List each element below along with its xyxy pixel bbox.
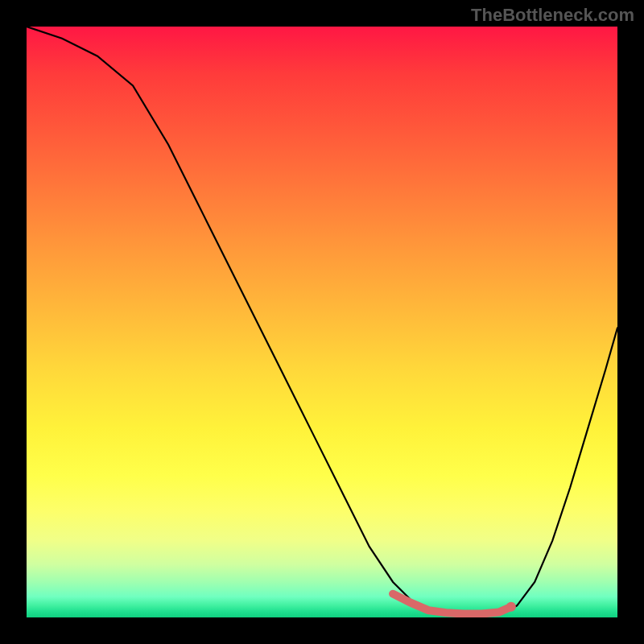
watermark-text: TheBottleneck.com — [471, 5, 634, 26]
chart-plot-area — [27, 27, 617, 617]
chart-svg — [27, 27, 617, 617]
bottleneck-curve — [27, 27, 617, 616]
optimal-point-marker — [506, 602, 516, 612]
optimal-range-marker — [393, 594, 511, 614]
